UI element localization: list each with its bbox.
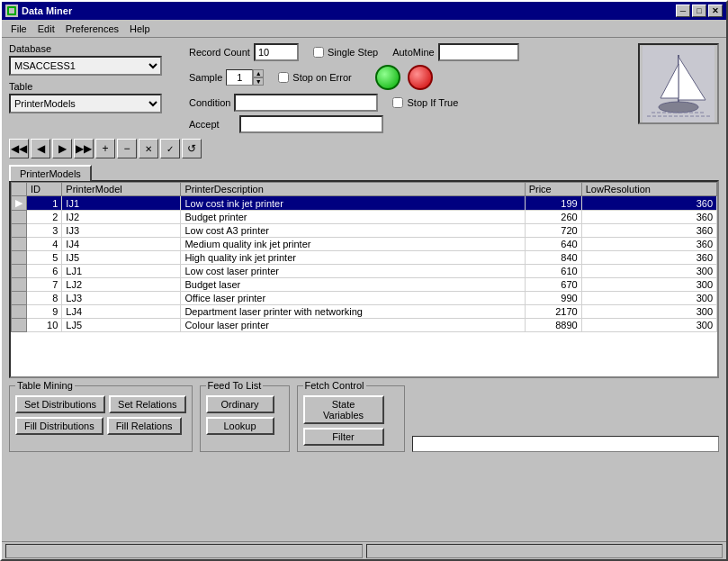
cell-model: LJ2 xyxy=(62,278,181,292)
fetch-control-label: Fetch Control xyxy=(303,380,366,391)
stop-if-true-checkbox[interactable] xyxy=(392,97,403,108)
col-price[interactable]: Price xyxy=(525,183,581,196)
data-table-container[interactable]: ID PrinterModel PrinterDescription Price… xyxy=(9,180,719,378)
col-printerdesc[interactable]: PrinterDescription xyxy=(181,183,525,196)
cell-desc: Department laser printer with networking xyxy=(181,305,525,319)
cell-price: 8890 xyxy=(525,319,581,332)
window-title: Data Miner xyxy=(22,5,676,16)
record-count-label: Record Count xyxy=(189,47,250,58)
set-distributions-button[interactable]: Set Distributions xyxy=(15,395,105,413)
menu-help[interactable]: Help xyxy=(124,22,156,36)
refresh-button[interactable]: ↺ xyxy=(182,139,202,158)
minimize-button[interactable]: ─ xyxy=(676,5,690,17)
condition-input[interactable] xyxy=(234,94,378,112)
prev-record-button[interactable]: ◀ xyxy=(31,139,50,158)
single-step-checkbox[interactable] xyxy=(313,47,324,58)
logo xyxy=(638,43,719,124)
lookup-button[interactable]: Lookup xyxy=(206,417,274,435)
col-id[interactable]: ID xyxy=(27,183,62,196)
table-dropdown[interactable]: PrinterModels xyxy=(9,94,162,113)
stop-button[interactable] xyxy=(408,65,433,90)
cell-price: 990 xyxy=(525,292,581,305)
table-row[interactable]: 9LJ4Department laser printer with networ… xyxy=(12,305,717,319)
next-record-button[interactable]: ▶ xyxy=(52,139,72,158)
tab-bar: PrinterModels xyxy=(2,164,726,180)
start-button[interactable] xyxy=(375,65,400,90)
table-row[interactable]: 2IJ2Budget printer260360 xyxy=(12,211,717,224)
cell-lowres: 360 xyxy=(581,211,716,224)
table-row[interactable]: 6LJ1Low cost laser printer610300 xyxy=(12,265,717,278)
col-printermodel[interactable]: PrinterModel xyxy=(62,183,181,196)
table-row[interactable]: 5IJ5High quality ink jet printer840360 xyxy=(12,251,717,265)
table-mining-label: Table Mining xyxy=(15,380,75,391)
add-record-button[interactable]: + xyxy=(95,139,115,158)
close-button[interactable]: ✕ xyxy=(708,5,723,17)
table-row[interactable]: 3IJ3Low cost A3 printer720360 xyxy=(12,224,717,238)
cell-lowres: 360 xyxy=(581,238,716,251)
database-section: Database MSACCESS1 Table PrinterModels xyxy=(9,43,180,133)
table-row[interactable]: 7LJ2Budget laser670300 xyxy=(12,278,717,292)
menu-edit[interactable]: Edit xyxy=(32,22,60,36)
automine-input[interactable] xyxy=(438,43,519,61)
single-step-label: Single Step xyxy=(328,47,378,58)
accept-input[interactable] xyxy=(239,115,383,133)
maximize-button[interactable]: □ xyxy=(692,5,706,17)
table-mining-group: Table Mining Set Distributions Set Relat… xyxy=(9,385,193,452)
row-arrow xyxy=(12,319,27,332)
cell-id: 7 xyxy=(27,278,62,292)
svg-rect-1 xyxy=(9,8,14,14)
stop-on-error-checkbox[interactable] xyxy=(278,72,289,83)
menu-preferences[interactable]: Preferences xyxy=(60,22,124,36)
row-arrow xyxy=(12,211,27,224)
feed-to-list-label: Feed To List xyxy=(206,380,264,391)
state-variables-button[interactable]: State Variables xyxy=(303,395,384,424)
cell-model: LJ1 xyxy=(62,265,181,278)
sample-spinner[interactable]: ▲ ▼ xyxy=(226,69,264,86)
sample-label: Sample xyxy=(189,72,222,83)
status-bar xyxy=(2,541,726,559)
fetch-control-group: Fetch Control State Variables Filter xyxy=(297,385,405,452)
status-pane-1 xyxy=(5,544,363,558)
last-record-button[interactable]: ▶▶ xyxy=(74,139,94,158)
set-relations-button[interactable]: Set Relations xyxy=(109,395,185,413)
database-dropdown[interactable]: MSACCESS1 xyxy=(9,56,162,76)
cell-price: 610 xyxy=(525,265,581,278)
cancel-button[interactable]: ✕ xyxy=(139,139,158,158)
cell-id: 3 xyxy=(27,224,62,238)
data-table: ID PrinterModel PrinterDescription Price… xyxy=(11,182,717,332)
table-label: Table xyxy=(9,81,180,92)
confirm-button[interactable]: ✓ xyxy=(160,139,180,158)
cell-model: IJ4 xyxy=(62,238,181,251)
col-arrow xyxy=(12,183,27,196)
sample-up-button[interactable]: ▲ xyxy=(253,69,264,77)
ordinary-button[interactable]: Ordinary xyxy=(206,395,274,413)
sample-input[interactable] xyxy=(226,69,253,86)
menu-file[interactable]: File xyxy=(5,22,32,36)
cell-model: IJ5 xyxy=(62,251,181,265)
cell-lowres: 300 xyxy=(581,278,716,292)
fill-distributions-button[interactable]: Fill Distributions xyxy=(15,417,103,435)
first-record-button[interactable]: ◀◀ xyxy=(9,139,29,158)
accept-label: Accept xyxy=(189,119,220,130)
logo-svg xyxy=(643,46,715,122)
cell-price: 199 xyxy=(525,196,581,211)
cell-lowres: 300 xyxy=(581,319,716,332)
cell-price: 720 xyxy=(525,224,581,238)
col-lowresolution[interactable]: LowResolution xyxy=(581,183,716,196)
window-controls: ─ □ ✕ xyxy=(676,5,723,17)
fill-relations-button[interactable]: Fill Relations xyxy=(107,417,182,435)
table-row[interactable]: 8LJ3Office laser printer990300 xyxy=(12,292,717,305)
table-row[interactable]: ▶1IJ1Low cost ink jet printer199360 xyxy=(12,196,717,211)
cell-model: IJ2 xyxy=(62,211,181,224)
record-count-input[interactable]: 10 xyxy=(254,43,299,61)
feed-to-list-group: Feed To List Ordinary Lookup xyxy=(200,385,290,452)
toolbar: ◀◀ ◀ ▶ ▶▶ + − ✕ ✓ ↺ xyxy=(2,137,726,160)
table-row[interactable]: 4IJ4Medium quality ink jet printer640360 xyxy=(12,238,717,251)
cell-id: 2 xyxy=(27,211,62,224)
table-row[interactable]: 10LJ5Colour laser printer8890300 xyxy=(12,319,717,332)
stop-if-true-label: Stop If True xyxy=(407,97,458,108)
sample-down-button[interactable]: ▼ xyxy=(253,77,264,86)
tab-printermodels[interactable]: PrinterModels xyxy=(9,165,92,181)
filter-button[interactable]: Filter xyxy=(303,428,384,446)
delete-record-button[interactable]: − xyxy=(117,139,137,158)
